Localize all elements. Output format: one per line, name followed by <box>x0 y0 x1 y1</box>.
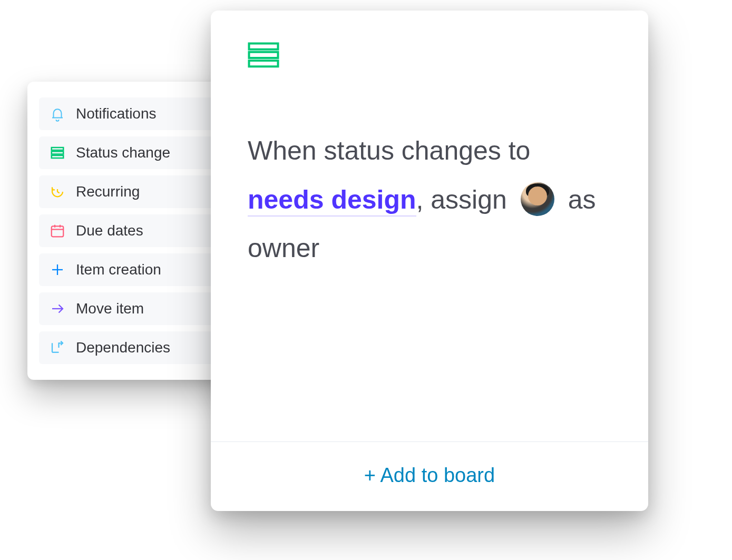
plus-icon <box>48 261 66 279</box>
status-value-token[interactable]: needs design <box>248 185 416 217</box>
svg-rect-12 <box>249 44 278 50</box>
automation-sentence: When status changes to needs design, ass… <box>211 68 648 441</box>
svg-rect-1 <box>52 152 64 154</box>
stack-icon <box>48 144 66 162</box>
stack-icon <box>211 11 648 68</box>
sidebar-item-label: Dependencies <box>76 339 170 356</box>
svg-rect-0 <box>52 148 64 150</box>
svg-rect-13 <box>249 52 278 58</box>
svg-rect-3 <box>52 226 64 237</box>
svg-rect-2 <box>52 155 64 158</box>
clock-rewind-icon <box>48 183 66 201</box>
dependency-icon <box>48 339 66 357</box>
sentence-prefix: When status changes to <box>248 136 530 165</box>
svg-rect-14 <box>249 61 278 66</box>
sidebar-item-label: Due dates <box>76 222 143 239</box>
sidebar-item-label: Item creation <box>76 261 161 278</box>
calendar-icon <box>48 222 66 240</box>
assignee-avatar[interactable] <box>521 182 554 216</box>
sidebar-item-label: Notifications <box>76 105 157 122</box>
add-to-board-button[interactable]: + Add to board <box>364 464 495 486</box>
arrow-right-icon <box>48 300 66 318</box>
automation-recipe-card: When status changes to needs design, ass… <box>211 11 648 511</box>
card-footer: + Add to board <box>211 441 648 511</box>
sidebar-item-label: Status change <box>76 144 170 161</box>
bell-icon <box>48 105 66 123</box>
sentence-after-status: , assign <box>416 185 514 214</box>
sidebar-item-label: Move item <box>76 300 144 317</box>
sidebar-item-label: Recurring <box>76 183 140 200</box>
